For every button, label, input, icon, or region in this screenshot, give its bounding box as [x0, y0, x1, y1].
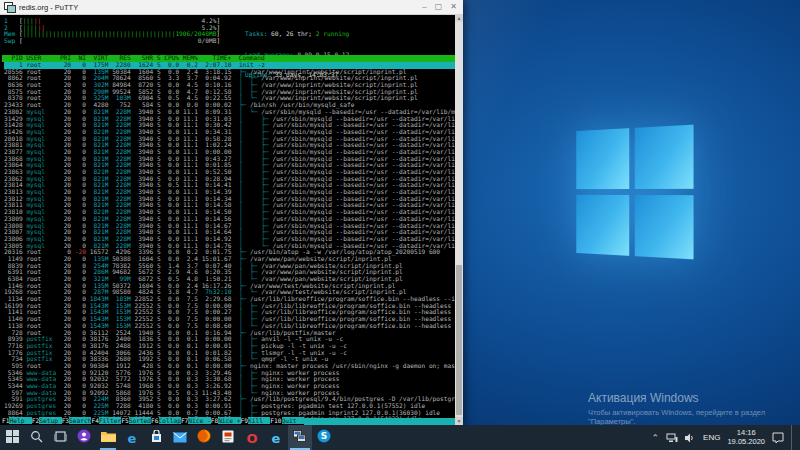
terminal-scrollbar[interactable]: ▲ ▼: [455, 14, 463, 425]
svg-text:S: S: [321, 431, 327, 441]
maximize-button[interactable]: ▢: [435, 3, 443, 11]
search-icon: [30, 429, 43, 447]
store-icon: [150, 429, 163, 447]
process-table-header[interactable]: PID USER PRI NI VIRT RES SHR S CPU% MEM%…: [2, 55, 455, 62]
activation-watermark-subtitle: Чтобы активировать Windows, перейдите в …: [588, 408, 800, 426]
putty-icon: [293, 429, 307, 447]
clock-date: 19.05.2020: [727, 438, 765, 447]
fkey-nice-[interactable]: F7Nice -: [181, 418, 211, 425]
putty-window-icon: [4, 2, 15, 12]
fkey-help[interactable]: F1Help: [2, 418, 32, 425]
scrollbar-down-icon[interactable]: ▼: [455, 417, 463, 425]
show-desktop-button[interactable]: [791, 425, 796, 450]
taskbar: eOeS ⌃ ENG 14:16 19.05.2020: [0, 425, 800, 450]
explorer-icon: [101, 429, 116, 447]
taskbar-taskview-icon[interactable]: [48, 425, 72, 450]
terminal-screen[interactable]: 1 [||||| 4.2%]2 [|||||| 5.2%]Mem [||||||…: [2, 16, 455, 425]
minimize-button[interactable]: –: [422, 3, 426, 11]
mail-icon: [173, 429, 187, 447]
firefox-icon: [197, 429, 211, 447]
windows-logo-pane: [635, 125, 694, 189]
tasks-line: Tasks: 60, 26 thr; 2 running: [245, 31, 349, 38]
putty-window: redis.org - PuTTY – ▢ ✕ 1 [||||| 4.2%]2 …: [0, 0, 463, 425]
skype-icon: S: [317, 429, 331, 447]
taskbar-docapp-icon[interactable]: [216, 425, 240, 450]
taskbar-people-icon[interactable]: [72, 425, 96, 450]
opera-icon: O: [246, 429, 257, 447]
close-button[interactable]: ✕: [450, 3, 457, 11]
putty-titlebar[interactable]: redis.org - PuTTY – ▢ ✕: [0, 0, 463, 15]
htop-meters: 1 [||||| 4.2%]2 [|||||| 5.2%]Mem [||||||…: [4, 18, 220, 45]
fkey-quit[interactable]: F10Quit: [270, 418, 304, 425]
fkey-sorted[interactable]: F5Sorted: [121, 418, 151, 425]
windows-logo-pane: [635, 195, 694, 259]
windows-logo-pane: [576, 195, 629, 256]
taskbar-putty-icon[interactable]: [288, 425, 312, 450]
scrollbar-thumb[interactable]: [456, 265, 462, 415]
taskview-icon: [54, 429, 67, 447]
taskbar-start-icon[interactable]: [0, 425, 24, 450]
fkey-kill[interactable]: F9Kill: [241, 418, 271, 425]
activation-watermark-title: Активация Windows: [588, 391, 800, 405]
function-key-bar: F1Help F2Setup F3SearchF4FilterF5SortedF…: [2, 418, 455, 425]
fkey-nice-[interactable]: F8Nice +: [211, 418, 241, 425]
taskbar-explorer-icon[interactable]: [96, 425, 120, 450]
fkey-setup[interactable]: F2Setup: [32, 418, 62, 425]
network-icon[interactable]: [666, 433, 678, 443]
fkey-collap[interactable]: F6Collap: [151, 418, 181, 425]
taskbar-skype-icon[interactable]: S: [312, 425, 336, 450]
fkey-bar-fill: [304, 418, 455, 425]
notification-center-icon[interactable]: [772, 432, 784, 443]
swap-meter: Swp [ 0/0MB]: [4, 38, 220, 45]
windows-logo-pane: [576, 128, 629, 189]
people-icon: [77, 429, 91, 447]
ie-icon: e: [272, 429, 281, 447]
taskbar-mail-icon[interactable]: [168, 425, 192, 450]
putty-window-title: redis.org - PuTTY: [19, 3, 422, 12]
taskbar-store-icon[interactable]: [144, 425, 168, 450]
start-icon: [6, 429, 19, 447]
docapp-icon: [222, 429, 234, 447]
taskbar-ie-icon[interactable]: e: [264, 425, 288, 450]
clock[interactable]: 14:16 19.05.2020: [727, 429, 765, 446]
fkey-search[interactable]: F3Search: [62, 418, 92, 425]
windows-logo: [576, 125, 693, 260]
taskbar-opera-icon[interactable]: O: [240, 425, 264, 450]
language-indicator[interactable]: ENG: [703, 433, 720, 442]
volume-icon[interactable]: [685, 433, 696, 443]
fkey-filter[interactable]: F4Filter: [91, 418, 121, 425]
scrollbar-up-icon[interactable]: ▲: [455, 14, 463, 22]
process-table: 1 root 20 0 175M 2280 1624 S 0.0 0.2 2:0…: [4, 62, 455, 418]
activation-watermark: Активация Windows Чтобы активировать Win…: [588, 391, 800, 426]
taskbar-search-icon[interactable]: [24, 425, 48, 450]
edge-icon: e: [128, 429, 137, 447]
taskbar-firefox-icon[interactable]: [192, 425, 216, 450]
taskbar-edge-icon[interactable]: e: [120, 425, 144, 450]
tray-chevron-up-icon[interactable]: ⌃: [652, 433, 660, 443]
